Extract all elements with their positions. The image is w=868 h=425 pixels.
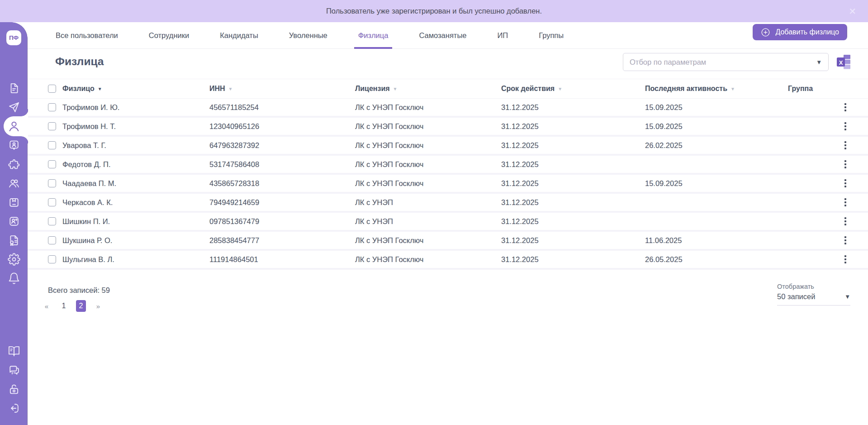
table-row[interactable]: Трофимов И. Ю. 456571185254 ЛК с УНЭП Го…: [28, 99, 868, 118]
sidebar-item-certificates[interactable]: [7, 233, 21, 248]
sidebar-item-integrations[interactable]: [7, 157, 21, 172]
filter-select[interactable]: ▼: [623, 53, 829, 71]
filter-area: ▼ X: [623, 53, 851, 71]
select-all-checkbox[interactable]: [48, 85, 56, 93]
row-menu-button[interactable]: [842, 237, 849, 244]
row-checkbox[interactable]: [48, 236, 56, 244]
row-menu-button[interactable]: [842, 199, 849, 206]
table-row[interactable]: Шукшина Р. О. 285838454777 ЛК с УНЭП Гос…: [28, 232, 868, 251]
col-header-last-activity[interactable]: Последняя активность▼: [645, 85, 788, 93]
table-row[interactable]: Уварова Т. Г. 647963287392 ЛК с УНЭП Гос…: [28, 137, 868, 156]
cell-license: ЛК с УНЭП Госключ: [355, 141, 501, 150]
row-checkbox[interactable]: [48, 217, 56, 225]
table-footer: Всего записей: 59 « 1 2 » Отображать 50 …: [28, 286, 868, 312]
cell-last-activity: 15.09.2025: [645, 103, 788, 112]
tab-groups[interactable]: Группы: [535, 22, 568, 49]
page-title: Физлица: [55, 55, 104, 68]
row-menu-button[interactable]: [842, 161, 849, 168]
col-header-valid-until[interactable]: Срок действия▼: [501, 85, 645, 93]
page-button-2[interactable]: 2: [76, 300, 86, 312]
unlock-icon: [8, 383, 20, 396]
row-menu-button[interactable]: [842, 256, 849, 263]
document-icon: [8, 82, 20, 95]
kebab-menu-icon: [844, 144, 846, 146]
row-menu-button[interactable]: [842, 218, 849, 225]
sidebar-item-notifications[interactable]: [7, 271, 21, 286]
tab-employees[interactable]: Сотрудники: [145, 22, 193, 49]
row-checkbox[interactable]: [48, 255, 56, 263]
sidebar-item-send[interactable]: [7, 100, 21, 115]
cell-inn: 285838454777: [209, 236, 355, 245]
tab-individuals[interactable]: Физлица: [354, 22, 393, 49]
col-header-individual[interactable]: Физлицо▼: [62, 85, 209, 93]
row-menu-button[interactable]: [842, 180, 849, 187]
table-row[interactable]: Федотов Д. П. 531747586408 ЛК с УНЭП Гос…: [28, 156, 868, 175]
add-individual-button[interactable]: Добавить физлицо: [753, 24, 847, 40]
row-checkbox[interactable]: [48, 141, 56, 149]
page-button-1[interactable]: 1: [59, 300, 69, 312]
excel-export-icon[interactable]: X: [836, 53, 851, 71]
table-row[interactable]: Шишкин П. И. 097851367479 ЛК с УНЭП 31.1…: [28, 213, 868, 232]
sidebar-item-users[interactable]: [7, 119, 21, 134]
col-header-inn[interactable]: ИНН▼: [209, 85, 355, 93]
sidebar-item-logout[interactable]: [7, 401, 21, 415]
cell-valid-until: 31.12.2025: [501, 198, 645, 207]
row-checkbox[interactable]: [48, 198, 56, 206]
row-checkbox[interactable]: [48, 103, 56, 111]
sidebar-item-support[interactable]: [7, 363, 21, 377]
tab-dismissed[interactable]: Уволенные: [285, 22, 332, 49]
cell-inn: 794949214659: [209, 198, 355, 207]
cell-valid-until: 31.12.2025: [501, 217, 645, 226]
table-row[interactable]: Шульгина В. Л. 111914864501 ЛК с УНЭП Го…: [28, 251, 868, 270]
page-next-button[interactable]: »: [93, 300, 103, 312]
page-size-select[interactable]: Отображать 50 записей ▼: [777, 283, 850, 306]
toolbar: Физлица ▼ X: [28, 49, 868, 79]
row-checkbox[interactable]: [48, 179, 56, 187]
cell-valid-until: 31.12.2025: [501, 236, 645, 245]
cell-name: Уварова Т. Г.: [62, 141, 209, 150]
archive-icon: [8, 196, 20, 209]
tab-ip[interactable]: ИП: [493, 22, 512, 49]
chevron-down-icon[interactable]: ▼: [816, 59, 822, 65]
logout-icon: [8, 402, 20, 415]
sidebar-item-security[interactable]: [7, 382, 21, 396]
users-group-icon: [8, 177, 20, 190]
row-checkbox[interactable]: [48, 160, 56, 168]
kebab-menu-icon: [844, 258, 846, 260]
user-add-icon: [8, 215, 20, 228]
cell-last-activity: 15.09.2025: [645, 122, 788, 131]
sidebar-item-settings[interactable]: [7, 252, 21, 267]
kebab-menu-icon: [844, 201, 846, 203]
cell-license: ЛК с УНЭП Госключ: [355, 179, 501, 188]
tab-candidates[interactable]: Кандидаты: [216, 22, 262, 49]
add-individual-label: Добавить физлицо: [775, 28, 839, 36]
kebab-menu-icon: [844, 239, 846, 241]
tab-self-employed[interactable]: Самозанятые: [415, 22, 470, 49]
sidebar-item-groups[interactable]: [7, 176, 21, 191]
page-prev-button[interactable]: «: [42, 300, 52, 312]
cell-inn: 531747586408: [209, 160, 355, 169]
filter-input[interactable]: [630, 58, 809, 67]
send-icon: [8, 101, 20, 114]
col-header-license[interactable]: Лицензия▼: [355, 85, 501, 93]
row-menu-button[interactable]: [842, 123, 849, 130]
table-row[interactable]: Черкасов А. К. 794949214659 ЛК с УНЭП 31…: [28, 194, 868, 213]
sidebar-item-add-user[interactable]: [7, 214, 21, 229]
cell-inn: 097851367479: [209, 217, 355, 226]
cell-name: Трофимов Н. Т.: [62, 122, 209, 131]
sidebar-item-archive[interactable]: [7, 195, 21, 210]
close-icon[interactable]: ✕: [849, 7, 856, 16]
puzzle-icon: [8, 158, 20, 171]
sidebar-item-employee-card[interactable]: [7, 138, 21, 153]
sidebar-item-knowledge-base[interactable]: [7, 344, 21, 358]
sidebar-item-documents[interactable]: [7, 81, 21, 96]
settings-gear-icon: [8, 253, 20, 266]
table-row[interactable]: Чаадаева П. М. 435865728318 ЛК с УНЭП Го…: [28, 175, 868, 194]
tab-all-users[interactable]: Все пользователи: [52, 22, 122, 49]
row-menu-button[interactable]: [842, 104, 849, 111]
table-row[interactable]: Трофимов Н. Т. 123040965126 ЛК с УНЭП Го…: [28, 118, 868, 137]
row-menu-button[interactable]: [842, 142, 849, 149]
pagination: « 1 2 »: [42, 300, 868, 312]
row-checkbox[interactable]: [48, 122, 56, 130]
individuals-table: Физлицо▼ ИНН▼ Лицензия▼ Срок действия▼ П…: [28, 79, 868, 270]
